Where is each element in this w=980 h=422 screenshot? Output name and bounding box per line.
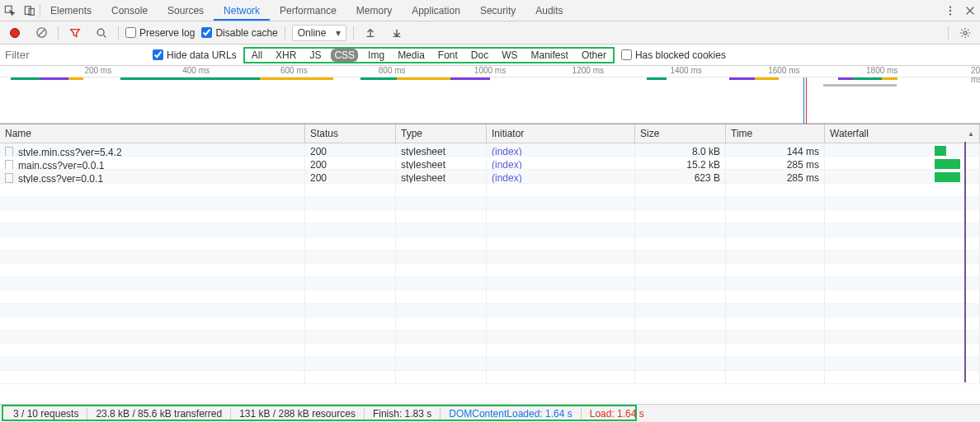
cell-empty (635, 358, 726, 371)
blocked-cookies-label: Has blocked cookies (635, 49, 726, 61)
cell-empty (396, 344, 487, 357)
chevron-down-icon: ▾ (336, 27, 341, 39)
tab-elements[interactable]: Elements (40, 1, 101, 21)
cell-empty (487, 251, 635, 264)
cell-empty (726, 331, 825, 344)
cell-empty (825, 331, 980, 344)
cell-empty (396, 223, 487, 237)
hide-data-urls-label: Hide data URLs (167, 49, 237, 61)
blocked-cookies-checkbox[interactable]: Has blocked cookies (621, 49, 726, 61)
divider (58, 26, 59, 40)
type-filter-doc[interactable]: Doc (468, 49, 492, 62)
cell-empty (825, 277, 980, 290)
initiator-link[interactable]: (index) (492, 172, 522, 183)
overview-segment (397, 77, 450, 80)
cell-empty (635, 237, 726, 251)
overview-segment (853, 77, 883, 80)
type-filter-css[interactable]: CSS (331, 49, 358, 62)
column-header-name[interactable]: Name (0, 124, 305, 143)
cell-empty (0, 304, 305, 317)
column-header-initiator[interactable]: Initiator (487, 124, 635, 143)
cell-status: 200 (305, 143, 396, 157)
cell-empty (0, 331, 305, 344)
type-filter-img[interactable]: Img (365, 49, 388, 62)
overview-segment (755, 77, 780, 80)
record-icon[interactable] (5, 23, 25, 43)
type-filter-js[interactable]: JS (306, 49, 324, 62)
initiator-link[interactable]: (index) (492, 146, 522, 157)
type-filter-xhr[interactable]: XHR (272, 49, 299, 62)
tab-performance[interactable]: Performance (270, 1, 346, 21)
type-filter-media[interactable]: Media (394, 49, 428, 62)
cell-name: style.css?ver=0.0.1 (0, 170, 305, 183)
divider (948, 26, 949, 40)
cell-empty (635, 251, 726, 264)
cell-empty (396, 197, 487, 210)
tab-sources[interactable]: Sources (158, 1, 214, 21)
column-header-type[interactable]: Type (396, 124, 487, 143)
cell-size: 8.0 kB (635, 143, 726, 157)
preserve-log-checkbox[interactable]: Preserve log (125, 27, 195, 39)
cell-status: 200 (305, 170, 396, 183)
type-filter-font[interactable]: Font (435, 49, 461, 62)
cell-empty (825, 317, 980, 331)
tab-console[interactable]: Console (101, 1, 158, 21)
cell-empty (396, 210, 487, 223)
cell-empty (396, 358, 487, 371)
cell-empty (0, 344, 305, 357)
type-filter-all[interactable]: All (248, 49, 266, 62)
search-icon[interactable] (92, 23, 111, 43)
tab-memory[interactable]: Memory (346, 1, 402, 21)
cell-empty (635, 331, 726, 344)
column-header-status[interactable]: Status (305, 124, 396, 143)
cell-empty (635, 197, 726, 210)
cell-empty (825, 304, 980, 317)
column-header-time[interactable]: Time (726, 124, 825, 143)
tab-application[interactable]: Application (402, 1, 470, 21)
waterfall-load-marker (965, 142, 966, 382)
type-filter-other[interactable]: Other (578, 49, 610, 62)
disable-cache-checkbox[interactable]: Disable cache (201, 27, 277, 39)
inspect-element-icon[interactable] (0, 1, 20, 21)
timeline-overview[interactable]: 200 ms400 ms600 ms800 ms1000 ms1200 ms14… (0, 66, 980, 124)
overview-tick: 1600 ms (768, 66, 799, 75)
type-filter-manifest[interactable]: Manifest (528, 49, 572, 62)
cell-empty (635, 317, 726, 331)
cell-empty (726, 264, 825, 277)
overview-segment (68, 77, 83, 80)
download-har-icon[interactable] (387, 23, 407, 43)
overview-segment (11, 77, 39, 80)
cell-empty (0, 277, 305, 290)
initiator-link[interactable]: (index) (492, 159, 522, 170)
column-header-size[interactable]: Size (635, 124, 726, 143)
overview-segment (260, 77, 333, 80)
cell-empty (726, 197, 825, 210)
overview-tick: 800 ms (379, 66, 406, 75)
filter-input[interactable] (3, 45, 146, 64)
cell-empty (487, 317, 635, 331)
network-toolbar: Preserve log Disable cache Online ▾ (0, 21, 980, 45)
device-toolbar-icon[interactable] (20, 1, 40, 21)
file-icon (5, 160, 13, 170)
filter-toggle-icon[interactable] (65, 23, 85, 43)
kebab-menu-icon[interactable] (940, 1, 960, 21)
clear-icon[interactable] (31, 23, 51, 43)
cell-empty (726, 290, 825, 303)
close-icon[interactable] (960, 1, 980, 21)
cell-size: 15.2 kB (635, 157, 726, 170)
hide-data-urls-checkbox[interactable]: Hide data URLs (153, 49, 237, 61)
cell-empty (0, 290, 305, 303)
tab-security[interactable]: Security (470, 1, 525, 21)
tab-audits[interactable]: Audits (525, 1, 572, 21)
cell-empty (487, 304, 635, 317)
cell-empty (396, 277, 487, 290)
waterfall-bar (935, 172, 960, 182)
tab-network[interactable]: Network (214, 1, 270, 21)
settings-gear-icon[interactable] (955, 23, 975, 43)
throttling-select[interactable]: Online ▾ (292, 25, 347, 41)
overview-tick: 1200 ms (572, 66, 604, 75)
type-filter-ws[interactable]: WS (498, 49, 521, 62)
column-header-waterfall[interactable]: Waterfall (825, 124, 980, 143)
upload-har-icon[interactable] (360, 23, 380, 43)
waterfall-bar (935, 146, 946, 156)
